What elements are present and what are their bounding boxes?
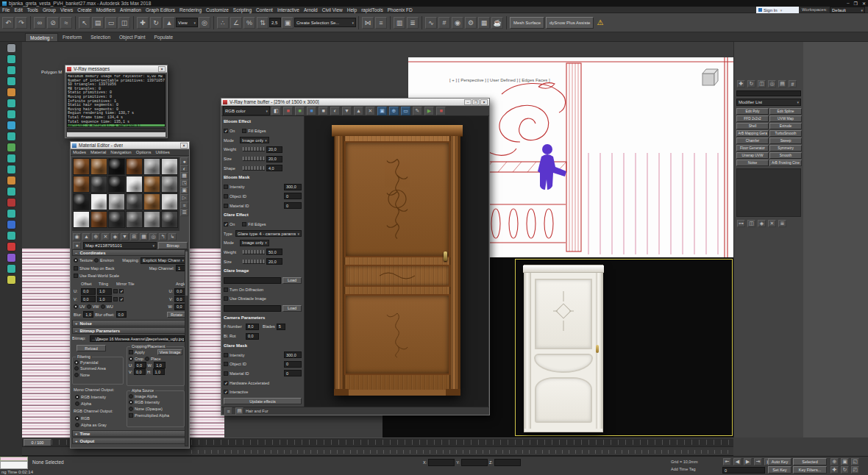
material-swatch-16[interactable] xyxy=(126,193,143,210)
ribbon-tab-modeling[interactable]: Modeling▾ xyxy=(25,33,58,41)
workspace-dropdown[interactable]: Default▾ xyxy=(830,7,865,13)
current-frame-field[interactable]: 0 xyxy=(722,467,765,474)
material-swatch-23[interactable] xyxy=(143,211,160,228)
material-swatch-18[interactable] xyxy=(161,193,178,210)
material-swatch-9[interactable] xyxy=(108,176,125,193)
auto-key-button[interactable]: Auto Key xyxy=(768,458,791,465)
video-color-check-icon[interactable]: ▣ xyxy=(180,187,188,194)
vfb-object-id-field[interactable]: 0 xyxy=(284,193,302,199)
material-swatch-20[interactable] xyxy=(90,211,107,228)
select-and-scale-icon[interactable]: ▲ xyxy=(163,17,175,29)
modify-tab-icon[interactable]: ↻ xyxy=(747,80,755,88)
select-and-move-icon[interactable]: ✚ xyxy=(137,17,149,29)
spinner-snap-icon[interactable]: ⇅ xyxy=(257,17,268,29)
sample-uv-tiling-icon[interactable]: ◳ xyxy=(180,179,188,187)
schematic-view-icon[interactable]: # xyxy=(438,17,450,29)
undo-icon[interactable]: ↶ xyxy=(2,17,14,29)
menu-content[interactable]: Content xyxy=(254,7,275,12)
v-tile-checkbox[interactable] xyxy=(119,297,124,301)
vfb-intensity-field[interactable]: 300,0 xyxy=(284,184,302,190)
material-editor-menu-options[interactable]: Options xyxy=(134,150,154,154)
modifier-button-symmetry[interactable]: Symmetry xyxy=(769,145,802,151)
modifier-button-noise[interactable]: Noise xyxy=(736,160,769,166)
vfb-turn-on-diffraction-checkbox[interactable] xyxy=(224,288,228,292)
menu-group[interactable]: Group xyxy=(40,7,58,12)
material-swatch-19[interactable] xyxy=(73,211,90,228)
remove-modifier-icon[interactable]: ✕ xyxy=(768,220,776,227)
none-opaque-radio[interactable] xyxy=(129,407,133,411)
backlight-icon[interactable]: ◐ xyxy=(180,165,188,172)
time-slider-handle[interactable]: 0 / 100 xyxy=(24,439,51,446)
maxscript-mini-listener[interactable] xyxy=(0,461,28,469)
menu-phoenix-fd[interactable]: Phoenix FD xyxy=(385,7,415,12)
bitmap-parameters-rollout-header[interactable]: −Bitmap Parameters xyxy=(72,327,188,334)
put-material-to-scene-icon[interactable]: ▲ xyxy=(82,233,90,240)
material-swatch-4[interactable] xyxy=(126,158,143,175)
alpha-as-gray-radio[interactable] xyxy=(75,423,79,427)
v-mirror-checkbox[interactable] xyxy=(113,297,118,301)
material-swatch-3[interactable] xyxy=(108,158,125,175)
toggle-scene-explorer-icon[interactable]: ▥ xyxy=(394,17,405,29)
region-render-icon[interactable]: ▭ xyxy=(401,107,410,115)
ribbon-tab-selection[interactable]: Selection xyxy=(86,33,115,41)
redo-icon[interactable]: ↷ xyxy=(15,17,27,29)
go-forward-sibling-icon[interactable]: ↳ xyxy=(168,233,177,240)
left-toolbar-icon-20[interactable] xyxy=(7,253,16,262)
reload-button[interactable]: Reload xyxy=(77,345,106,351)
modifier-button-edit-poly[interactable]: Edit Poly xyxy=(736,108,769,115)
vray-log-scrollbar[interactable] xyxy=(67,128,166,132)
go-to-start-icon[interactable]: ⇤ xyxy=(723,458,731,465)
put-to-library-icon[interactable]: ▼ xyxy=(121,233,129,240)
menu-views[interactable]: Views xyxy=(58,7,75,12)
vfb-maximize-button[interactable]: ❐ xyxy=(472,99,480,105)
hierarchy-tab-icon[interactable]: ◫ xyxy=(758,80,766,88)
left-toolbar-icon-17[interactable] xyxy=(7,220,16,229)
modifier-button-turbosmooth[interactable]: TurboSmooth xyxy=(769,130,802,137)
reference-coordinate-dropdown[interactable]: View▾ xyxy=(176,18,198,27)
material-swatch-10[interactable] xyxy=(126,176,143,193)
material-swatch-13[interactable] xyxy=(73,193,90,210)
selected-image-plane[interactable] xyxy=(515,259,733,436)
material-editor-close-button[interactable]: ✕ xyxy=(180,143,188,149)
vfb-history-icon[interactable]: ≡ xyxy=(224,407,232,415)
vfb-object-id-checkbox[interactable] xyxy=(224,194,228,199)
vfb-load-button[interactable]: Load xyxy=(282,277,302,284)
rotate-button[interactable]: Rotate xyxy=(167,312,186,318)
vfb-channel-dropdown[interactable]: RGB color▾ xyxy=(223,106,270,115)
alpha-rgb-intensity-radio[interactable] xyxy=(129,400,133,404)
modifier-button-arb-mapping-gera[interactable]: ArB Mapping Gera xyxy=(736,130,769,137)
start-interactive-render-icon[interactable]: ▶ xyxy=(424,107,434,115)
vfb-material-id-checkbox[interactable] xyxy=(224,204,228,208)
sign-in-button[interactable]: Sign In ▾ xyxy=(756,7,799,13)
sample-type-icon[interactable]: ● xyxy=(180,157,188,165)
vfb-on-checkbox[interactable] xyxy=(224,222,228,226)
noise-rollout-header[interactable]: +Noise xyxy=(72,320,188,326)
material-swatch-21[interactable] xyxy=(108,211,125,228)
modifier-button-chamfer[interactable]: Chamfer xyxy=(736,138,769,144)
alpha-channel-icon[interactable]: ■ xyxy=(319,107,328,115)
load-image-icon[interactable]: ▲ xyxy=(354,107,363,115)
green-channel-icon[interactable]: ■ xyxy=(295,107,305,115)
vfb-image-path-field[interactable] xyxy=(224,277,281,284)
material-swatch-22[interactable] xyxy=(126,211,143,228)
mesh-surface-button[interactable]: Mesh Surface xyxy=(510,17,544,29)
align-icon[interactable]: ≡ xyxy=(375,17,387,29)
edit-named-selection-sets-icon[interactable]: ▣ xyxy=(282,17,294,29)
rendered-frame-window-icon[interactable]: ▦ xyxy=(478,17,490,29)
get-material-icon[interactable]: ◉ xyxy=(73,233,81,240)
add-time-tag[interactable]: Add Time Tag xyxy=(671,467,696,471)
material-swatch-12[interactable] xyxy=(161,176,178,193)
left-toolbar-icon-1[interactable] xyxy=(7,43,16,53)
snap-value-field[interactable]: 2,5 xyxy=(269,18,281,27)
vfb-object-id-checkbox[interactable] xyxy=(224,362,228,366)
uv-radio[interactable] xyxy=(74,304,78,309)
place-radio[interactable] xyxy=(145,357,149,361)
vfb-fill-edges-checkbox[interactable] xyxy=(242,222,246,226)
assign-material-to-selection-icon[interactable]: ⊕ xyxy=(92,233,100,240)
render-setup-icon[interactable]: ⚙ xyxy=(465,17,477,29)
crop-u-field[interactable]: 0,0 xyxy=(135,362,146,368)
vfb-f-number-field[interactable]: 8,0 xyxy=(246,324,259,330)
vfb-update-effects-button[interactable]: Update effects xyxy=(224,398,302,404)
modifier-button-floor-generator[interactable]: Floor Generator xyxy=(736,145,769,151)
mapping-dropdown[interactable]: Explicit Map Channel▾ xyxy=(140,257,186,264)
